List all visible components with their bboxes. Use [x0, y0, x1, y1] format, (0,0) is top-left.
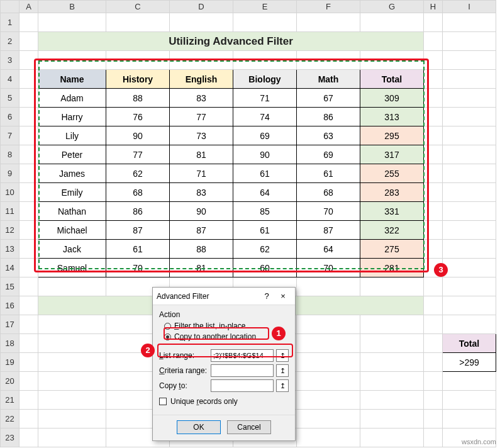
row-head-2[interactable]: 2: [1, 32, 19, 51]
col-head-B[interactable]: B: [38, 1, 106, 13]
unique-records-label: Unique records only: [170, 397, 238, 406]
row-head-7[interactable]: 7: [1, 126, 19, 145]
callout-3: 3: [434, 263, 448, 277]
row-head-9[interactable]: 9: [1, 164, 19, 183]
cell-name[interactable]: Adam: [38, 89, 106, 108]
row-head-17[interactable]: 17: [1, 315, 19, 334]
row-head-20[interactable]: 20: [1, 372, 19, 391]
cell-total[interactable]: 309: [360, 89, 424, 108]
action-label: Action: [159, 310, 289, 319]
col-head-E[interactable]: E: [233, 1, 297, 13]
row-head-18[interactable]: 18: [1, 334, 19, 353]
col-head-D[interactable]: D: [170, 1, 233, 13]
watermark: wsxdn.com: [462, 438, 496, 445]
row-head-1[interactable]: 1: [1, 13, 19, 32]
row-head-21[interactable]: 21: [1, 391, 19, 410]
th-math[interactable]: Math: [297, 70, 360, 89]
radio-copy-location[interactable]: [164, 333, 171, 340]
dialog-title: Advanced Filter: [157, 292, 258, 301]
list-range-picker[interactable]: ↥: [276, 349, 289, 362]
criteria-value[interactable]: >299: [443, 353, 496, 372]
row-head-4[interactable]: 4: [1, 70, 19, 89]
col-head-F[interactable]: F: [297, 1, 360, 13]
copy-to-picker[interactable]: ↥: [276, 379, 289, 392]
criteria-range-label: Criteria range:: [159, 366, 208, 375]
radio-filter-inplace[interactable]: [164, 323, 171, 330]
row-head-5[interactable]: 5: [1, 89, 19, 108]
th-name[interactable]: Name: [38, 70, 106, 89]
row-head-8[interactable]: 8: [1, 145, 19, 164]
cancel-button[interactable]: Cancel: [227, 420, 271, 434]
row-head-15[interactable]: 15: [1, 277, 19, 296]
col-head-C[interactable]: C: [106, 1, 170, 13]
criteria-header[interactable]: Total: [443, 334, 496, 353]
cell-name[interactable]: Harry: [38, 108, 106, 126]
criteria-range-picker[interactable]: ↥: [276, 364, 289, 377]
copy-to-input[interactable]: [211, 379, 274, 392]
row-head-14[interactable]: 14: [1, 259, 19, 277]
cell[interactable]: 83: [170, 89, 233, 108]
copy-to-label: Copy to:: [159, 381, 208, 390]
row-head-13[interactable]: 13: [1, 240, 19, 259]
cell[interactable]: 71: [233, 89, 297, 108]
callout-2: 2: [141, 344, 155, 357]
close-button[interactable]: ×: [275, 291, 291, 301]
col-head-I[interactable]: I: [443, 1, 496, 13]
row-head-16[interactable]: 16: [1, 296, 19, 315]
callout-1: 1: [272, 327, 286, 340]
page-title: Utilizing Advanced Filter: [38, 32, 424, 51]
row-head-3[interactable]: 3: [1, 51, 19, 70]
radio-copy-location-label: Copy to another location: [174, 332, 256, 341]
row-head-6[interactable]: 6: [1, 108, 19, 126]
col-head-G[interactable]: G: [360, 1, 424, 13]
criteria-range-input[interactable]: [211, 364, 274, 377]
list-range-label: List range:: [159, 351, 208, 360]
col-head-A[interactable]: A: [19, 1, 38, 13]
row-head-23[interactable]: 23: [1, 428, 19, 447]
row-head-19[interactable]: 19: [1, 353, 19, 372]
col-head-H[interactable]: H: [424, 1, 443, 13]
cell[interactable]: 67: [297, 89, 360, 108]
row-head-10[interactable]: 10: [1, 183, 19, 202]
unique-records-checkbox[interactable]: [159, 398, 167, 405]
cell[interactable]: 88: [106, 89, 170, 108]
th-total[interactable]: Total: [360, 70, 424, 89]
radio-filter-inplace-label: Filter the list, in-place: [174, 322, 245, 330]
row-head-11[interactable]: 11: [1, 202, 19, 221]
row-head-22[interactable]: 22: [1, 410, 19, 428]
help-button[interactable]: ?: [258, 291, 275, 301]
th-english[interactable]: English: [170, 70, 233, 89]
th-history[interactable]: History: [106, 70, 170, 89]
ok-button[interactable]: OK: [177, 420, 221, 434]
advanced-filter-dialog: Advanced Filter ? × Action Filter the li…: [152, 287, 296, 441]
row-head-12[interactable]: 12: [1, 221, 19, 240]
th-biology[interactable]: Biology: [233, 70, 297, 89]
list-range-input[interactable]: ;2)'!$B$4:$G$14: [211, 349, 274, 362]
select-all-cell[interactable]: [1, 1, 19, 13]
